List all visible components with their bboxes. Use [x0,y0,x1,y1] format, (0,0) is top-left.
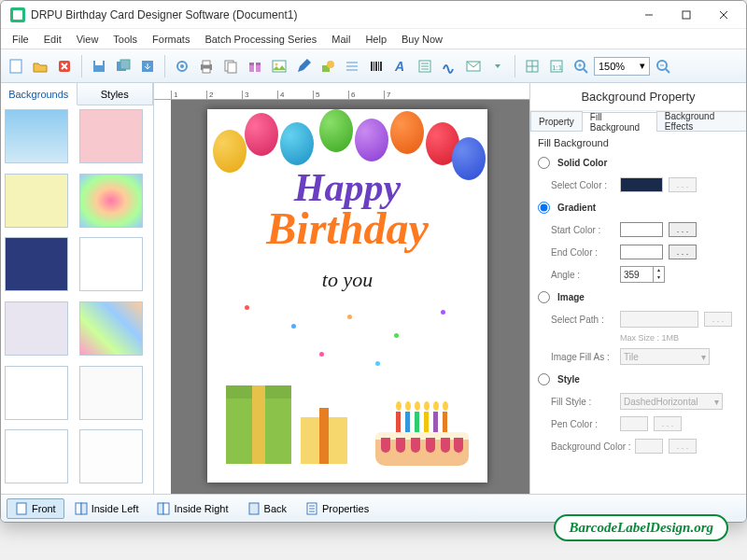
menu-buy[interactable]: Buy Now [394,32,450,47]
watermark: BarcodeLabelDesign.org [554,514,728,541]
option-solid-color[interactable]: Solid Color [538,152,739,173]
open-icon[interactable] [29,55,51,77]
bg-thumb[interactable] [79,109,143,163]
bg-thumb[interactable] [79,174,143,228]
tab-inside-left[interactable]: Inside Left [66,498,148,519]
bg-thumb[interactable] [79,301,143,356]
maximize-button[interactable] [668,1,705,29]
bg-thumb[interactable] [5,174,68,228]
zoom-select[interactable]: 150%▾ [594,57,650,76]
label-bg-color: Background Color : [538,441,635,452]
text-icon[interactable]: A [389,55,412,77]
tab-fill-background[interactable]: Fill Background [582,112,657,132]
svg-line-53 [666,69,669,73]
menu-tools[interactable]: Tools [106,32,145,47]
bg-thumb[interactable] [5,109,68,163]
save-as-icon[interactable] [112,55,134,77]
svg-point-26 [275,63,278,65]
menu-mail[interactable]: Mail [324,32,358,47]
color-picker-button[interactable]: . . . [669,439,697,454]
left-tabs: Backgrounds Styles [1,83,153,105]
minimize-button[interactable] [630,1,668,29]
settings-icon[interactable] [171,55,193,77]
tab-front[interactable]: Front [7,498,64,519]
zoom-out-icon[interactable] [652,55,674,77]
close-file-icon[interactable] [53,55,76,77]
mail-icon[interactable] [462,55,485,77]
label-select-path: Select Path : [538,315,620,325]
svg-rect-60 [249,503,259,514]
svg-rect-24 [254,63,256,72]
option-gradient[interactable]: Gradient [538,197,739,217]
print-icon[interactable] [195,55,218,77]
canvas-stage[interactable]: Happy Birthday to you [171,100,529,494]
menu-file[interactable]: File [5,32,36,47]
svg-rect-57 [81,503,87,514]
bg-color-swatch[interactable] [635,439,663,454]
shape-icon[interactable] [317,55,339,77]
color-picker-button[interactable]: . . . [669,222,697,237]
svg-text:A: A [394,59,404,74]
list-icon[interactable] [414,55,436,77]
start-color-swatch[interactable] [620,222,663,237]
menu-help[interactable]: Help [358,32,394,47]
page-icon [75,502,88,515]
close-button[interactable] [705,1,742,29]
bg-thumb[interactable] [5,366,68,420]
left-panel: Backgrounds Styles [1,83,154,494]
copy-icon[interactable] [219,55,242,77]
bg-thumb[interactable] [79,366,143,420]
color-picker-button[interactable]: . . . [654,416,682,431]
tab-backgrounds[interactable]: Backgrounds [1,83,78,105]
dropdown-icon[interactable] [486,55,509,77]
option-style[interactable]: Style [538,369,739,389]
color-picker-button[interactable]: . . . [669,177,697,192]
bg-thumb[interactable] [79,237,143,291]
label-max-size: Max Size : 1MB [620,333,679,343]
angle-stepper[interactable]: 359▴▾ [620,266,665,283]
new-icon[interactable] [5,55,27,77]
option-image[interactable]: Image [538,287,739,307]
bg-thumb[interactable] [5,237,68,291]
export-icon[interactable] [136,55,159,77]
tab-background-effects[interactable]: Background Effects [656,111,746,131]
grid-icon[interactable] [521,55,543,77]
menu-edit[interactable]: Edit [36,32,69,47]
tab-properties[interactable]: Properties [297,498,377,519]
svg-point-16 [180,64,184,68]
color-picker-button[interactable]: . . . [669,245,697,259]
fill-style-select[interactable]: DashedHorizontal▾ [620,393,723,410]
tab-inside-right[interactable]: Inside Right [148,498,236,519]
right-panel-title: Background Property [530,83,746,111]
save-icon[interactable] [88,55,110,77]
gift-icon[interactable] [244,55,266,77]
image-icon[interactable] [268,55,290,77]
menu-batch[interactable]: Batch Processing Series [197,32,324,47]
signature-icon[interactable] [438,55,460,77]
solid-color-swatch[interactable] [620,177,663,192]
image-path-field[interactable] [620,311,698,328]
zoom-in-icon[interactable] [570,55,592,77]
image-fill-select[interactable]: Tile▾ [620,348,710,365]
browse-button[interactable]: . . . [704,312,732,327]
pen-icon[interactable] [292,55,315,77]
group-title: Fill Background [538,137,739,148]
tab-back[interactable]: Back [239,498,295,519]
card-design[interactable]: Happy Birthday to you [207,109,487,483]
bg-thumb[interactable] [79,429,143,483]
ruler-horizontal: 1234567 [154,83,529,100]
menu-formats[interactable]: Formats [145,32,197,47]
bg-thumb[interactable] [5,301,68,356]
tab-property[interactable]: Property [530,111,583,131]
fit-icon[interactable]: 1:1 [545,55,568,77]
pen-color-swatch[interactable] [620,416,648,431]
end-color-swatch[interactable] [620,245,663,259]
barcode-icon[interactable] [365,55,388,77]
menu-view[interactable]: View [69,32,106,47]
align-icon[interactable] [341,55,363,77]
label-angle: Angle : [538,270,620,280]
toolbar: A 1:1 150%▾ [1,49,746,83]
bg-thumb[interactable] [5,429,68,483]
tab-styles[interactable]: Styles [78,83,154,105]
label-image-fill-as: Image Fill As : [538,352,620,362]
